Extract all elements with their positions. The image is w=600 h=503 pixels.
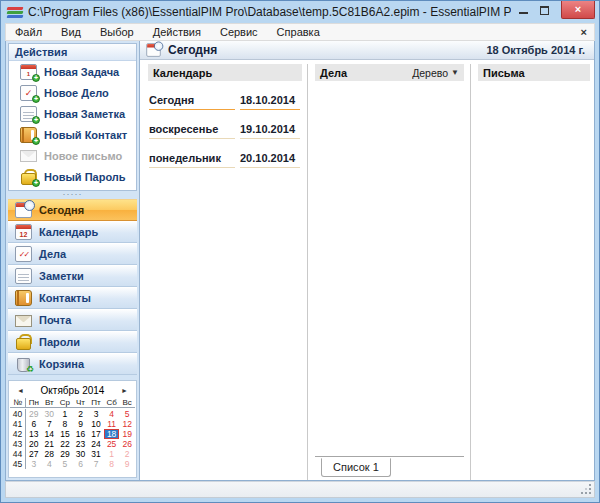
sidebar-item-label: Календарь (39, 226, 98, 238)
day-cell[interactable]: 25 (104, 439, 120, 449)
menu-item[interactable]: Справка (277, 26, 320, 38)
main-header: Сегодня 18 Октябрь 2014 г. (140, 41, 594, 60)
window-controls: × (511, 1, 595, 19)
day-cell[interactable]: 31 (88, 449, 104, 459)
app-body: Действия +Новая Задача+Новое Дело+Новая … (5, 41, 595, 481)
day-cell[interactable]: 20 (26, 439, 42, 449)
calendar-column-title: Календарь (153, 67, 212, 79)
menu-item[interactable]: Действия (153, 26, 201, 38)
day-cell[interactable]: 1 (104, 449, 120, 459)
day-cell[interactable]: 27 (26, 449, 42, 459)
day-cell[interactable]: 29 (26, 409, 42, 419)
sidebar-item-calendar[interactable]: Календарь (8, 221, 137, 243)
sidebar-item-label: Заметки (39, 270, 84, 282)
day-cell[interactable]: 30 (42, 409, 58, 419)
today-row[interactable]: понедельник20.10.2014 (149, 139, 300, 168)
day-cell[interactable]: 7 (42, 419, 58, 429)
trash-icon (15, 356, 32, 372)
next-month-icon[interactable]: ► (121, 387, 128, 394)
close-button[interactable]: × (561, 1, 595, 19)
menu-item[interactable]: Файл (15, 26, 42, 38)
day-cell[interactable]: 21 (42, 439, 58, 449)
week-number: 41 (10, 419, 26, 429)
day-cell[interactable]: 6 (26, 419, 42, 429)
action-item[interactable]: +Новый Пароль (9, 166, 136, 187)
day-cell[interactable]: 11 (104, 419, 120, 429)
day-cell[interactable]: 10 (88, 419, 104, 429)
sidebar-item-mail[interactable]: Почта (8, 309, 137, 331)
day-cell[interactable]: 9 (73, 419, 89, 429)
day-cell[interactable]: 14 (42, 429, 58, 439)
day-cell[interactable]: 28 (42, 449, 58, 459)
new-mail-icon (20, 150, 37, 162)
day-cell[interactable]: 16 (73, 429, 89, 439)
maximize-button[interactable] (540, 6, 549, 15)
notes-icon (15, 268, 32, 284)
sidebar-item-today[interactable]: Сегодня (8, 199, 137, 221)
day-cell[interactable]: 12 (119, 419, 135, 429)
sidebar-item-trash[interactable]: Корзина (8, 353, 137, 375)
day-cell[interactable]: 17 (88, 429, 104, 439)
sidebar-item-contacts[interactable]: Контакты (8, 287, 137, 309)
action-item[interactable]: +Новая Задача (9, 61, 136, 82)
day-cell[interactable]: 26 (119, 439, 135, 449)
day-cell[interactable]: 7 (88, 459, 104, 469)
sidebar-item-notes[interactable]: Заметки (8, 265, 137, 287)
column-divider[interactable] (307, 64, 308, 480)
day-cell[interactable]: 15 (57, 429, 73, 439)
menu-item[interactable]: Выбор (100, 26, 134, 38)
day-cell[interactable]: 19 (119, 429, 135, 439)
minimize-button[interactable] (519, 12, 528, 14)
sidebar-item-tasks[interactable]: Дела (8, 243, 137, 265)
day-cell[interactable]: 8 (104, 459, 120, 469)
action-item[interactable]: +Новый Контакт (9, 124, 136, 145)
day-cell[interactable]: 2 (119, 449, 135, 459)
day-cell[interactable]: 6 (73, 459, 89, 469)
prev-month-icon[interactable]: ◄ (17, 387, 24, 394)
today-row[interactable]: Сегодня18.10.2014 (149, 81, 300, 110)
day-cell[interactable]: 18 (104, 429, 120, 439)
tasks-column-header: Дела Дерево ▼ (315, 64, 464, 81)
action-item[interactable]: +Новая Заметка (9, 103, 136, 124)
resize-grip[interactable] (581, 484, 591, 494)
day-cell[interactable]: 9 (119, 459, 135, 469)
day-cell[interactable]: 5 (119, 409, 135, 419)
day-cell[interactable]: 23 (73, 439, 89, 449)
day-cell[interactable]: 8 (57, 419, 73, 429)
tree-view-selector[interactable]: Дерево ▼ (412, 67, 459, 79)
day-cell[interactable]: 3 (26, 459, 42, 469)
day-cell[interactable]: 1 (57, 409, 73, 419)
main-content: Календарь Сегодня18.10.2014воскресенье19… (140, 60, 594, 480)
day-cell[interactable]: 13 (26, 429, 42, 439)
mini-calendar: ◄ Октябрь 2014 ► №ПнВтСрЧтПтСбВс 4029301… (8, 380, 137, 478)
tab-list-1[interactable]: Список 1 (321, 458, 391, 477)
day-cell[interactable]: 2 (73, 409, 89, 419)
icon-wrap: + (20, 106, 37, 122)
day-cell[interactable]: 30 (73, 449, 89, 459)
day-cell[interactable]: 22 (57, 439, 73, 449)
action-item-label: Новый Пароль (44, 171, 126, 183)
day-cell[interactable]: 3 (88, 409, 104, 419)
day-cell[interactable]: 4 (42, 459, 58, 469)
week-number: 42 (10, 429, 26, 439)
tasks-column-title: Дела (320, 67, 347, 79)
mail-icon (15, 315, 32, 327)
passwords-icon (15, 334, 32, 350)
menu-close-icon[interactable]: × (581, 25, 587, 40)
day-cell[interactable]: 5 (57, 459, 73, 469)
column-divider[interactable] (470, 64, 471, 480)
app-window: C:\Program Files (x86)\EssentialPIM Pro\… (0, 0, 600, 503)
sidebar-item-passwords[interactable]: Пароли (8, 331, 137, 353)
menu-item[interactable]: Вид (61, 26, 81, 38)
today-row-label: Сегодня (149, 94, 235, 110)
action-item[interactable]: +Новое Дело (9, 82, 136, 103)
splitter-handle[interactable]: ····· (8, 191, 137, 199)
dow-label: Чт (73, 398, 89, 408)
sidebar-item-label: Сегодня (39, 204, 84, 216)
day-cell[interactable]: 24 (88, 439, 104, 449)
today-row[interactable]: воскресенье19.10.2014 (149, 110, 300, 139)
day-cell[interactable]: 4 (104, 409, 120, 419)
dow-label: Сб (104, 398, 120, 408)
menu-item[interactable]: Сервис (220, 26, 258, 38)
day-cell[interactable]: 29 (57, 449, 73, 459)
